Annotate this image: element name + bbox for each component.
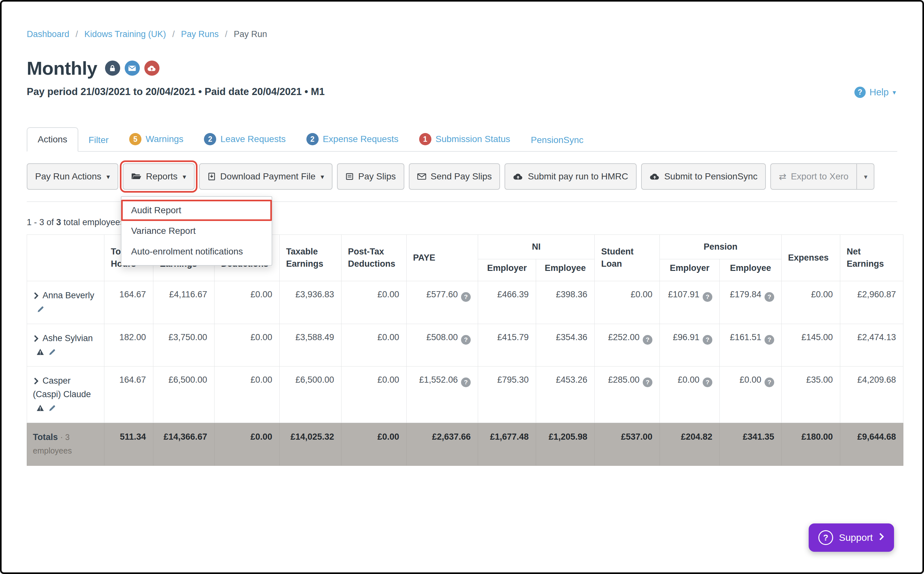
totals-row: Totals · 3 employees 511.34 £14,366.67 £… (27, 423, 904, 465)
tab-expense-requests[interactable]: 2 Expense Requests (296, 126, 409, 152)
cell-pre-tax-deductions: £0.00 (214, 324, 280, 367)
cell-net-earnings: £2,960.87 (840, 281, 904, 324)
info-tooltip-icon[interactable]: ? (643, 335, 653, 345)
expand-chevron-icon[interactable] (33, 290, 39, 300)
support-button[interactable]: ? Support (809, 524, 894, 552)
col-expenses: Expenses (782, 235, 840, 281)
download-payment-file-button[interactable]: Download Payment File ▾ (199, 163, 333, 190)
warning-triangle-icon[interactable] (36, 403, 44, 413)
employee-name[interactable]: Anna Beverly (43, 290, 95, 300)
locked-status-icon[interactable] (105, 61, 120, 76)
warning-triangle-icon[interactable] (36, 347, 44, 356)
employee-name[interactable]: Casper (Caspi) Claude (33, 376, 91, 399)
breadcrumb-separator: / (225, 29, 227, 39)
chevron-down-icon: ▾ (320, 173, 324, 180)
help-menu[interactable]: ? Help ▾ (855, 87, 896, 98)
pay-slips-button[interactable]: Pay Slips (337, 163, 404, 190)
tab-leave-requests[interactable]: 2 Leave Requests (194, 126, 296, 152)
cell-post-tax-deductions: £0.00 (342, 281, 407, 324)
info-tooltip-icon[interactable]: ? (703, 292, 712, 302)
reports-button[interactable]: Reports ▾ (123, 163, 195, 190)
cell-taxable-earnings: £3,936.83 (280, 281, 342, 324)
tab-filter[interactable]: Filter (78, 129, 119, 152)
edit-pencil-icon[interactable] (48, 403, 56, 413)
employee-row: Anna Beverly 164.67 £4,116.67 £0.00 £3,9… (27, 281, 904, 324)
submit-to-hmrc-button[interactable]: Submit pay run to HMRC (505, 163, 636, 190)
expand-chevron-icon[interactable] (33, 333, 39, 343)
cell-expenses: £35.00 (782, 367, 840, 423)
send-pay-slips-button[interactable]: Send Pay Slips (409, 163, 500, 190)
total-taxable-earnings: £14,025.32 (280, 423, 342, 465)
tab-actions[interactable]: Actions (27, 127, 78, 152)
breadcrumb-dashboard[interactable]: Dashboard (27, 29, 69, 39)
col-pension-employer: Employer (660, 259, 720, 281)
help-icon: ? (855, 87, 866, 98)
employee-name-cell[interactable]: Casper (Caspi) Claude (27, 367, 104, 423)
page-title: Monthly (27, 57, 97, 79)
cell-pre-tax-deductions: £0.00 (214, 281, 280, 324)
menu-item-variance-report[interactable]: Variance Report (121, 221, 271, 241)
pay-run-actions-button[interactable]: Pay Run Actions ▾ (27, 163, 118, 190)
info-tooltip-icon[interactable]: ? (461, 377, 471, 387)
tab-submission-status[interactable]: 1 Submission Status (409, 126, 520, 152)
hmrc-submission-status-icon[interactable] (144, 61, 159, 76)
payslips-sent-icon[interactable] (125, 61, 140, 76)
cell-total-hours: 164.67 (104, 367, 153, 423)
total-student-loan: £537.00 (595, 423, 660, 465)
total-pension-employee: £341.35 (720, 423, 782, 465)
breadcrumb: Dashboard / Kidows Training (UK) / Pay R… (27, 29, 897, 39)
submission-status-count-badge: 1 (419, 133, 431, 145)
edit-pencil-icon[interactable] (48, 347, 56, 356)
cell-pension-employer: £107.91? (660, 281, 720, 324)
total-pre-tax-deductions: £0.00 (214, 423, 280, 465)
info-tooltip-icon[interactable]: ? (461, 292, 471, 302)
button-label: Send Pay Slips (431, 171, 492, 182)
chevron-right-icon (878, 532, 885, 543)
tab-pensionsync[interactable]: PensionSync (520, 129, 594, 152)
cell-pension-employee: £0.00? (720, 367, 782, 423)
employee-total-count: 3 (57, 218, 61, 227)
cell-pension-employee: £161.51? (720, 324, 782, 367)
col-paye: PAYE (407, 235, 478, 281)
tab-warnings[interactable]: 5 Warnings (119, 126, 194, 152)
cell-ni-employee: £398.36 (536, 281, 595, 324)
menu-item-audit-report[interactable]: Audit Report (121, 200, 271, 221)
info-tooltip-icon[interactable]: ? (765, 292, 774, 302)
info-tooltip-icon[interactable]: ? (765, 377, 774, 387)
tab-label: Leave Requests (220, 134, 285, 144)
cell-student-loan: £0.00 (595, 281, 660, 324)
cell-expenses: £0.00 (782, 281, 840, 324)
expand-chevron-icon[interactable] (33, 376, 39, 386)
cell-post-tax-deductions: £0.00 (342, 324, 407, 367)
export-to-xero-dropdown-toggle[interactable]: ▾ (857, 163, 875, 190)
tab-bar: Actions Filter 5 Warnings 2 Leave Reques… (27, 126, 897, 152)
payslip-document-icon (345, 172, 354, 181)
employee-name[interactable]: Ashe Sylvian (43, 333, 93, 343)
edit-pencil-icon[interactable] (37, 304, 44, 314)
employee-name-cell[interactable]: Anna Beverly (27, 281, 104, 324)
cell-gross-earnings: £6,500.00 (153, 367, 214, 423)
info-tooltip-icon[interactable]: ? (703, 377, 712, 387)
folder-open-icon (131, 172, 142, 181)
button-label: Submit pay run to HMRC (528, 171, 628, 182)
info-tooltip-icon[interactable]: ? (461, 335, 471, 345)
info-tooltip-icon[interactable]: ? (765, 335, 774, 345)
cell-net-earnings: £4,209.68 (840, 367, 904, 423)
breadcrumb-pay-runs[interactable]: Pay Runs (181, 29, 219, 39)
menu-item-auto-enrolment-notifications[interactable]: Auto-enrolment notifications (121, 241, 271, 262)
cell-ni-employer: £466.39 (478, 281, 536, 324)
submit-to-pensionsync-button[interactable]: Submit to PensionSync (641, 163, 766, 190)
cell-pre-tax-deductions: £0.00 (214, 367, 280, 423)
export-to-xero-button[interactable]: ⇄ Export to Xero (770, 163, 857, 190)
cell-ni-employer: £415.79 (478, 324, 536, 367)
breadcrumb-company[interactable]: Kidows Training (UK) (84, 29, 166, 39)
col-net-earnings: Net Earnings (840, 235, 904, 281)
button-label: Reports (146, 171, 178, 182)
col-pension-employee: Employee (720, 259, 782, 281)
info-tooltip-icon[interactable]: ? (643, 377, 653, 387)
employee-name-cell[interactable]: Ashe Sylvian (27, 324, 104, 367)
cell-student-loan: £252.00? (595, 324, 660, 367)
info-tooltip-icon[interactable]: ? (703, 335, 712, 345)
cloud-upload-icon (513, 173, 523, 180)
total-net-earnings: £9,644.68 (840, 423, 904, 465)
